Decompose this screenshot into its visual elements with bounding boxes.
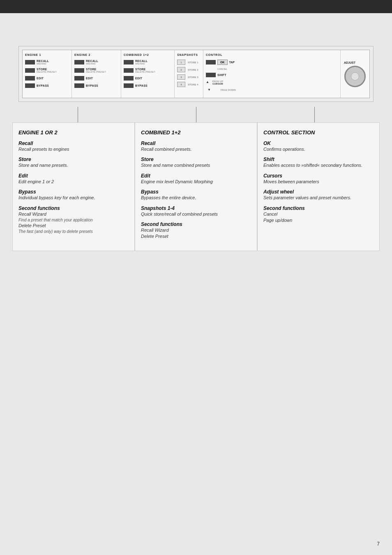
engine-second-title: Second functions [18,205,129,211]
combined-delete-label: DELETE PRESET [135,71,155,73]
snapshot-4-btn[interactable]: 4 [177,82,185,87]
engine-delete-preset-name: Delete Preset [18,223,129,229]
combined-bypass-item: Bypass Bypasses the entire device. [141,189,251,201]
engine2-bypass-btn[interactable] [74,83,84,88]
control-adjust-item: Adjust wheel Sets parameter values and p… [263,189,374,201]
engine2-recall-label: RECALL [86,60,98,62]
engine-desc-title: ENGINE 1 OR 2 [18,129,129,136]
combined-edit-label: EDIT [135,77,142,80]
down-arrow-icon: ▼ [208,88,211,92]
combined-title: COMBINED 1+2 [124,53,172,56]
combined-snapshots-title: Snapshots 1-4 [141,205,251,211]
engine-edit-item: Edit Edit engine 1 or 2 [18,173,129,185]
engine-store-item: Store Store and name presets. [18,157,129,168]
combined-store-label: STORE [135,68,155,71]
engine2-bypass-label: BYPASS [86,84,98,87]
snapshot-3-btn[interactable]: 3 [177,74,185,80]
control-cursors-item: Cursors Moves between parameters [263,173,374,185]
combined-desc-section: COMBINED 1+2 Recall Recall combined pres… [135,122,257,251]
adjust-wheel[interactable] [344,66,366,87]
combined-edit-btn[interactable] [124,76,134,81]
engine1-panel: ENGINE 1 RECALL WIZARD STORE DELETE PRES… [23,50,72,98]
combined-panel: COMBINED 1+2 RECALL WIZARD STORE DELETE … [121,50,175,98]
control-panel-section: CONTROL OK TAP CANCEL SHIFT ▲ [203,50,341,98]
combined-second-title: Second functions [141,221,251,227]
engine-recall-item: Recall Recall presets to engines [18,140,129,152]
combined-edit-row: EDIT [124,76,172,81]
snapshot-4-row: 4 STORE 4 [177,82,201,87]
control-shift-title: Shift [263,157,374,162]
engine-recall-wizard-desc: Find a preset that match your applicatio… [18,217,129,223]
engine-store-text: Store and name presets. [18,162,129,168]
engine2-wizard-label: WIZARD [86,62,98,65]
combined-store-btn[interactable] [124,68,134,73]
engine-desc-section: ENGINE 1 OR 2 Recall Recall presets to e… [12,122,135,251]
control-second-title: Second functions [263,205,374,211]
engine-store-title: Store [18,157,129,162]
combined-recall-row: RECALL WIZARD [124,60,172,65]
combined-recall-title: Recall [141,140,251,146]
engine1-recall-row: RECALL WIZARD [25,60,69,65]
ok-button[interactable]: OK [217,60,228,65]
combined-store-row: STORE DELETE PRESET [124,68,172,73]
shift-label: SHIFT [217,74,226,76]
snapshot-3-row: 3 STORE 3 [177,74,201,80]
engine2-title: ENGINE 2 [74,53,118,56]
engine2-store-btn[interactable] [74,68,84,73]
snapshot-2-btn[interactable]: 2 [177,67,185,72]
combined-store-title: Store [141,157,251,162]
connector-line-combined [196,107,196,122]
control-desc-section: CONTROL SECTION OK Confirms operations. … [257,122,380,251]
combined-bypass-btn[interactable] [124,83,134,88]
control-shift-item: Shift Enables access to »shifted« second… [263,157,374,168]
combined-second-item: Second functions Recall Wizard Delete Pr… [141,221,251,240]
control-shift-row: SHIFT [206,73,338,77]
combined-bypass-text: Bypasses the entire device. [141,195,251,201]
adjust-title: ADJUST [344,61,355,64]
control-shift-btn[interactable] [206,73,216,77]
engine2-edit-label: EDIT [86,77,93,80]
control-adjust-text: Sets parameter values and preset numbers… [263,195,374,201]
combined-store-text: Store and name combined presets [141,162,251,168]
engine2-recall-btn[interactable] [74,60,84,64]
snapshots-title: SNAPSHOTS [177,53,201,56]
control-cursor-row: ▲ PAGE UP CURSOR [206,80,338,85]
control-ok-text: Confirms operations. [263,146,374,152]
engine-second-item: Second functions Recall Wizard Find a pr… [18,205,129,235]
combined-bypass-row: BYPASS [124,83,172,88]
combined-store-item: Store Store and name combined presets [141,157,251,168]
engine1-store-btn[interactable] [25,68,35,73]
control-cursors-text: Moves between parameters [263,179,374,185]
combined-snapshots-text: Quick store/recall of combined presets [141,211,251,217]
page-down-label: PAGE DOWN [221,89,236,91]
engine1-recall-btn[interactable] [25,60,35,64]
engine1-bypass-btn[interactable] [25,83,35,88]
engine1-edit-btn[interactable] [25,76,35,81]
engine2-edit-btn[interactable] [74,76,84,81]
description-container: ENGINE 1 OR 2 Recall Recall presets to e… [12,122,380,251]
snapshot-2-label: STORE 2 [188,69,198,71]
combined-recall-label: RECALL [135,60,148,62]
control-second-item: Second functions Cancel Page up/down [263,205,374,224]
top-bar [0,0,392,13]
page-number: 7 [377,541,380,547]
tap-label: TAP [229,61,235,64]
engine-edit-text: Edit engine 1 or 2 [18,179,129,185]
engine1-wizard-label: WIZARD [37,62,49,65]
combined-recall-btn[interactable] [124,60,134,64]
control-desc-title: CONTROL SECTION [263,129,374,136]
engine-edit-title: Edit [18,173,129,179]
engine1-store-label: STORE [37,68,57,71]
snapshot-1-btn[interactable]: 1 [177,60,185,65]
control-pageupdown-name: Page up/down [263,217,374,223]
control-cancel-btn[interactable] [206,60,216,64]
combined-bypass-label: BYPASS [135,84,148,87]
snapshot-1-label: STORE 1 [188,61,198,64]
adjust-panel: ADJUST [341,50,369,98]
snapshot-2-row: 2 STORE 2 [177,67,201,72]
control-title: CONTROL [206,53,338,56]
combined-edit-text: Engine mix level Dynamic Morphing [141,179,251,185]
engine1-bypass-row: BYPASS [25,83,69,88]
engine-recall-text: Recall presets to engines [18,146,129,152]
engine1-bypass-label: BYPASS [37,84,49,87]
